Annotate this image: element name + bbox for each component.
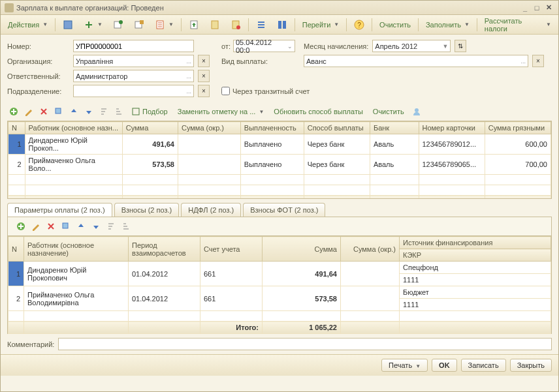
number-label: Номер: [7, 42, 69, 50]
toolbar-icon-7[interactable] [205, 17, 225, 33]
col-bank[interactable]: Банк [370, 122, 419, 134]
table-row[interactable]: 2 Приймаченко Ольга Володимирівна 01.04.… [8, 286, 551, 299]
fill-menu[interactable]: Заполнить▼ [421, 18, 474, 31]
delete-row-icon[interactable] [44, 220, 57, 233]
table-row[interactable]: 1 Диндаренко Юрій Прокопович 01.04.2012 … [8, 262, 551, 274]
col2-src[interactable]: Источник финансирования [400, 237, 551, 249]
svg-rect-0 [64, 21, 72, 29]
comment-label: Комментарий: [7, 340, 54, 348]
move-up-icon[interactable] [74, 220, 88, 233]
toolbar-icon-4[interactable] [129, 17, 149, 33]
comment-input[interactable] [58, 338, 552, 350]
table2-toolbar [8, 217, 551, 235]
form-area: Номер: от: 05.04.2012 00:0⌄ Месяц начисл… [1, 35, 558, 102]
tab-payment-params[interactable]: Параметры оплаты (2 поз.) [7, 203, 112, 217]
col-card[interactable]: Номер карточки [419, 122, 485, 134]
col-method[interactable]: Способ выплаты [304, 122, 370, 134]
resp-input[interactable]: Администратор... [73, 70, 194, 82]
table2-total-row: Итого: 1 065,22 [8, 322, 551, 334]
date-input[interactable]: 05.04.2012 00:0⌄ [233, 40, 295, 52]
close-window-button[interactable]: ✕ [543, 3, 554, 12]
goto-menu[interactable]: Перейти▼ [298, 18, 344, 31]
col2-sumr[interactable]: Сумма (окр.) [341, 237, 400, 262]
svg-rect-7 [212, 21, 218, 29]
minimize-button[interactable]: _ [519, 4, 531, 12]
copy-row-icon[interactable] [52, 105, 65, 118]
footer: Печать ▼ OK Записать Закрыть [1, 354, 558, 376]
toolbar-icon-10[interactable] [272, 17, 292, 33]
col-n[interactable]: N [8, 122, 25, 134]
resp-label: Ответственный: [7, 72, 69, 80]
add-row-icon[interactable] [14, 220, 27, 233]
sort-asc-icon[interactable] [104, 220, 118, 233]
window-title: Зарплата к выплате организаций: Проведен [16, 4, 519, 12]
calc-taxes-menu[interactable]: Рассчитать налоги▼ [480, 14, 556, 35]
copy-row-icon[interactable] [59, 220, 72, 233]
month-spin[interactable]: ⇅ [455, 40, 466, 52]
toolbar-icon-8[interactable] [226, 17, 246, 33]
user-icon[interactable] [410, 105, 423, 118]
help-icon[interactable]: ? [349, 17, 369, 33]
toolbar-icon-5[interactable]: ▼ [150, 17, 178, 33]
employees-table[interactable]: N Работник (основное назн... Сумма Сумма… [8, 121, 551, 199]
delete-row-icon[interactable] [37, 105, 50, 118]
payment-params-table[interactable]: N Работник (основное назначение) Период … [8, 236, 551, 334]
close-button[interactable]: Закрыть [510, 359, 552, 372]
edit-row-icon[interactable] [22, 105, 35, 118]
replace-mark-menu[interactable]: Заменить отметку на ...▼ [174, 106, 268, 117]
actions-menu[interactable]: Действия▼ [3, 18, 52, 31]
month-input[interactable]: Апрель 2012▼ [372, 40, 451, 52]
toolbar-icon-3[interactable] [108, 17, 128, 33]
col2-account[interactable]: Счет учета [200, 237, 263, 262]
transit-checkbox[interactable] [221, 87, 230, 95]
move-up-icon[interactable] [67, 105, 80, 118]
col-paid[interactable]: Выплаченность [240, 122, 304, 134]
sort-desc-icon[interactable] [120, 220, 133, 233]
move-down-icon[interactable] [82, 105, 95, 118]
toolbar-icon-9[interactable] [251, 17, 271, 33]
sort-desc-icon[interactable] [112, 105, 125, 118]
org-clear[interactable]: × [198, 55, 210, 67]
paytype-clear[interactable]: × [532, 55, 544, 67]
clear-button[interactable]: Очистить [375, 18, 415, 31]
main-toolbar: Действия▼ ▼ ▼ Перейти▼ ? Очистить Заполн… [1, 15, 558, 35]
update-method-button[interactable]: Обновить способ выплаты [270, 106, 366, 117]
col-gross[interactable]: Сумма грязными [485, 122, 551, 134]
col2-kekr[interactable]: КЭКР [400, 249, 551, 262]
clear-table-button[interactable]: Очистить [369, 106, 408, 117]
tab-ndfl[interactable]: НДФЛ (2 поз.) [181, 203, 241, 217]
toolbar-icon-1[interactable] [58, 17, 78, 33]
toolbar-icon-2[interactable]: ▼ [79, 17, 107, 33]
resp-clear[interactable]: × [198, 70, 210, 82]
maximize-button[interactable]: □ [531, 4, 543, 12]
col-sum[interactable]: Сумма [122, 122, 178, 134]
dept-clear[interactable]: × [198, 85, 210, 97]
org-input[interactable]: Управління... [73, 55, 194, 67]
number-input[interactable] [73, 40, 194, 52]
svg-rect-15 [56, 108, 61, 113]
add-row-icon[interactable] [7, 105, 20, 118]
print-button[interactable]: Печать ▼ [381, 359, 428, 372]
tab-fot[interactable]: Взносы ФОТ (2 поз.) [243, 203, 325, 217]
table-row[interactable]: 2 Приймаченко Ольга Воло... 573,58 Выпла… [8, 155, 551, 175]
sort-asc-icon[interactable] [97, 105, 110, 118]
toolbar-icon-6[interactable] [184, 17, 204, 33]
col2-sum[interactable]: Сумма [263, 237, 341, 262]
paytype-input[interactable]: Аванс... [304, 55, 528, 67]
col-worker[interactable]: Работник (основное назн... [25, 122, 122, 134]
table-row[interactable]: 1 Диндаренко Юрій Прокоп... 491,64 Выпла… [8, 134, 551, 155]
month-label: Месяц начисления: [304, 42, 368, 50]
edit-row-icon[interactable] [29, 220, 42, 233]
col2-n[interactable]: N [8, 237, 24, 262]
titlebar: Зарплата к выплате организаций: Проведен… [1, 1, 558, 15]
col2-worker[interactable]: Работник (основное назначение) [24, 237, 129, 262]
col2-period[interactable]: Период взаиморасчетов [129, 237, 200, 262]
tab-contributions[interactable]: Взносы (2 поз.) [114, 203, 180, 217]
ok-button[interactable]: OK [432, 359, 457, 372]
selection-button[interactable]: Подбор [127, 105, 172, 118]
save-button[interactable]: Записать [461, 359, 506, 372]
dept-input[interactable]: ... [73, 85, 194, 97]
main-window: Зарплата к выплате организаций: Проведен… [0, 0, 559, 392]
col-sumr[interactable]: Сумма (окр.) [178, 122, 240, 134]
move-down-icon[interactable] [89, 220, 103, 233]
